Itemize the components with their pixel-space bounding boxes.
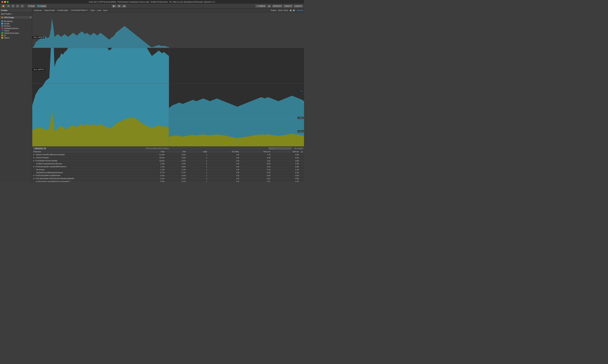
move-tool-button[interactable]: ✛ (6, 4, 10, 8)
col-time[interactable]: Time ms (240, 150, 272, 153)
expand-arrow[interactable]: ▶ (33, 174, 35, 176)
profiler-title: Profiler (1, 9, 8, 11)
cell-name: Overhead (32, 168, 141, 171)
table-row[interactable]: ▶ Update.ScriptRunBehaviourUpdate 51.9% … (32, 153, 304, 156)
profile-editor-button[interactable]: Profile Editor (57, 9, 69, 12)
legend-rendering: Rendering (0, 20, 32, 22)
col-total[interactable]: Total (141, 150, 166, 153)
cell-total: 29.5% (141, 156, 166, 159)
col-selfms[interactable]: Self ms (272, 150, 300, 153)
legend-vsync: VSync (0, 29, 32, 32)
cell-gc: 0 B (208, 168, 240, 171)
rect-tool-button[interactable]: ▭ (20, 4, 24, 8)
cell-name: ▶ PostLateUpdate.UpdateAllRenderers (32, 165, 141, 168)
cell-gc: 0 B (208, 180, 240, 182)
play-button[interactable]: ▶ (112, 4, 116, 8)
table-row[interactable]: Overhead 1.2% 1.2% 1 0 B 0.18 0.18 (32, 168, 304, 171)
minimize-button[interactable] (4, 1, 6, 3)
table-header-row: Overview Total Self Calls GC Alloc Time … (32, 150, 304, 153)
cell-time: 4.38 (240, 156, 272, 159)
cell-extra (300, 165, 304, 168)
collab-icon: ✓ (256, 5, 258, 7)
cell-extra (300, 159, 304, 162)
cell-total: 51.9% (141, 153, 166, 156)
bottom-panel: Hierarchy CPU:14.81ms GPU:0.00ms No Deta… (32, 146, 304, 182)
table-container[interactable]: Overview Total Self Calls GC Alloc Time … (32, 150, 304, 182)
expand-arrow[interactable]: ▶ (33, 177, 35, 180)
expand-arrow[interactable]: ▶ (33, 154, 35, 156)
pause-button[interactable]: ⏸ (117, 4, 121, 8)
collab-button[interactable]: ✓ Collab ▾ (255, 4, 266, 8)
cell-time: 0.01 (240, 180, 272, 182)
frame-next-button[interactable]: ▶ (293, 9, 295, 12)
record-button[interactable]: ● Record (33, 9, 42, 12)
step-button[interactable]: ⏭ (122, 4, 127, 8)
chart-area: ● Record Deep Profile Profile Editor Con… (32, 9, 304, 182)
cell-name: ▶ PostLateUpdate.UpdateAudio (32, 174, 141, 177)
main-area: Profiler Add Profiler ▾ ⚙ CPU Usage ✕ Re… (0, 9, 304, 182)
rotate-tool-button[interactable]: ↺ (11, 4, 15, 8)
layout-button[interactable]: Layout ▾ (294, 4, 303, 8)
cell-selfms: 0.36 (272, 162, 300, 165)
account-button[interactable]: Account ▾ (272, 4, 283, 8)
search-input[interactable] (268, 147, 292, 150)
cell-self: 0.0% (166, 180, 187, 182)
add-profiler-dropdown[interactable]: ▾ (11, 13, 12, 15)
close-button[interactable] (1, 1, 3, 3)
profiler-toolbar: ● Record Deep Profile Profile Editor Con… (32, 9, 304, 12)
col-calls[interactable]: Calls (187, 150, 208, 153)
rendering-color (1, 20, 3, 22)
hand-tool-button[interactable]: ✋ (1, 4, 6, 8)
table-row[interactable]: ▶ PostLateUpdate.UpdateAllRenderers 1.3%… (32, 165, 304, 168)
table-row[interactable]: ▶ PreLateUpdate.ParticleSystemBeginUpdat… (32, 177, 304, 180)
col-self[interactable]: Self (166, 150, 187, 153)
scripts-color (1, 23, 3, 25)
frame-prev-button[interactable]: ◀ (289, 9, 292, 12)
cell-extra (300, 168, 304, 171)
rendering-label: Rendering (4, 20, 13, 22)
maximize-button[interactable] (7, 1, 9, 3)
cpu-usage-close[interactable]: ✕ (30, 16, 31, 18)
col-gc[interactable]: GC Alloc (208, 150, 240, 153)
table-row[interactable]: ▶ PreUpdate.PhysicsUpdate 10.8% 0.0% 1 0… (32, 159, 304, 162)
expand-arrow[interactable]: ▶ (33, 166, 35, 168)
cell-gc: 0 B (208, 174, 240, 177)
col-sort[interactable]: ▲ (300, 150, 304, 153)
profiler-panel: Profiler Add Profiler ▾ ⚙ CPU Usage ✕ Re… (0, 9, 32, 182)
hierarchy-select[interactable]: Hierarchy (33, 147, 47, 150)
clear-button[interactable]: Clear (90, 9, 95, 12)
cloud-button[interactable]: ☁ (267, 4, 271, 8)
scale-tool-button[interactable]: ⤢ (16, 4, 20, 8)
load-button[interactable]: Load (96, 9, 102, 12)
table-row[interactable]: ▶ Camera.Render 29.5% 0.3% 1 0 B 4.38 0.… (32, 156, 304, 159)
layers-button[interactable]: Layers ▾ (283, 4, 293, 8)
cell-extra (300, 162, 304, 165)
connected-player-button[interactable]: Connected Player ▾ (71, 9, 88, 12)
cell-calls: 1 (187, 165, 208, 168)
pivot-icon: ⊙ (28, 5, 30, 7)
col-overview[interactable]: Overview (32, 150, 141, 153)
cell-self: 0.0% (166, 153, 187, 156)
table-row[interactable]: UpdateScreenManagerAndInput 0.7% 0.7% 1 … (32, 171, 304, 174)
cell-time: 0.01 (240, 177, 272, 180)
chart-canvas[interactable]: 33ms (30FPS) 16ms (60FPS) 7.77ms 0.01ms … (32, 12, 304, 146)
cell-extra (300, 180, 304, 182)
cell-name: ▶ Update.ScriptRunBehaviourUpdate (32, 153, 141, 156)
cell-name: Profiler.FinalizeAndSendFrame (32, 162, 141, 165)
cell-total: 0.1% (141, 177, 166, 180)
global-button[interactable]: 🌐 Global (36, 4, 47, 8)
expand-arrow[interactable]: ▶ (33, 160, 35, 162)
cell-calls: 1 (187, 159, 208, 162)
bottom-toolbar: Hierarchy CPU:14.81ms GPU:0.00ms No Deta… (32, 146, 304, 150)
cell-selfms: 0.00 (272, 177, 300, 180)
deep-profile-button[interactable]: Deep Profile (44, 9, 55, 12)
no-details-label: No Details (294, 147, 303, 149)
cell-extra (300, 153, 304, 156)
pivot-button[interactable]: ⊙ Pivot (27, 4, 36, 8)
expand-arrow[interactable]: ▶ (33, 156, 35, 159)
save-button[interactable]: Save (103, 9, 108, 12)
gi-color (1, 32, 3, 34)
table-row[interactable]: EarlyUpdate.UpdateMainGameViewRect 0.0% … (32, 180, 304, 182)
table-row[interactable]: Profiler.FinalizeAndSendFrame 2.4% 2.4% … (32, 162, 304, 165)
table-row[interactable]: ▶ PostLateUpdate.UpdateAudio 0.2% 0.0% 1… (32, 174, 304, 177)
